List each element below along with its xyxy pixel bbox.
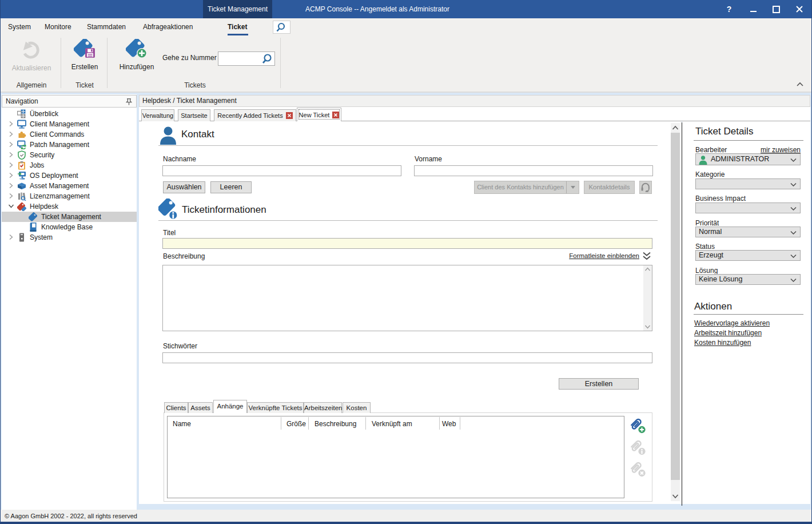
svg-text:?: ? xyxy=(727,5,732,14)
